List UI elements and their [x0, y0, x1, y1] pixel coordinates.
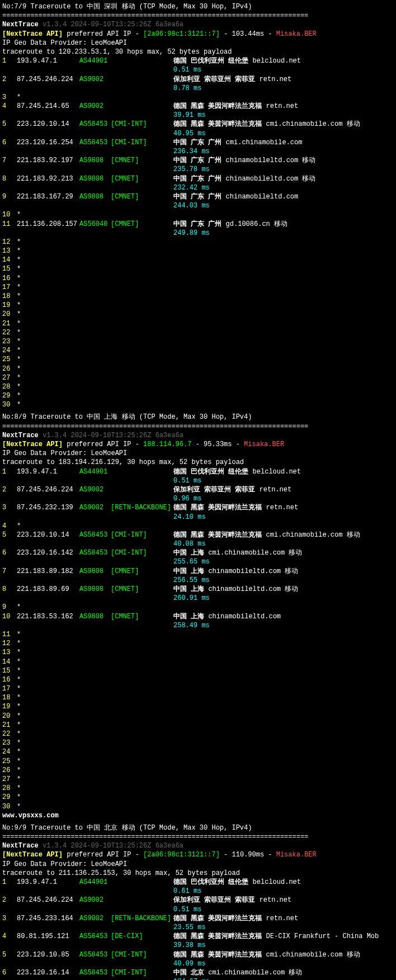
- hop-index: 7: [2, 567, 17, 576]
- hop-latency: 0.78 ms: [173, 84, 396, 93]
- hop-location: 中国 广东 广州: [173, 175, 226, 183]
- trace-title: No:7/9 Traceroute to 中国 深圳 移动 (TCP Mode,…: [2, 2, 396, 11]
- hop-row: 27*: [2, 373, 396, 382]
- hop-domain: retn.net: [260, 486, 292, 494]
- trace-title: No:8/9 Traceroute to 中国 上海 移动 (TCP Mode,…: [2, 413, 396, 422]
- hop-domain: chinamobileltd.com: [226, 157, 303, 164]
- hop-asn: AS58453: [79, 548, 111, 557]
- hop-row: 13*: [2, 247, 396, 255]
- hop-index: 8: [2, 585, 17, 594]
- hop-row: 13*: [2, 648, 396, 657]
- hop-star: *: [17, 712, 21, 720]
- hop-row: 25*: [2, 757, 396, 766]
- hop-carrier: 移动: [289, 969, 302, 977]
- hop-domain: belcloud.net: [253, 878, 301, 886]
- trace-block: No:9/9 Traceroute to 中国 北京 移动 (TCP Mode,…: [2, 823, 396, 980]
- hop-row: 1193.9.47.1AS44901德国 巴伐利亚州 纽伦堡 belcloud.…: [2, 56, 396, 65]
- hop-index: 19: [2, 301, 17, 310]
- provider-line: IP Geo Data Provider: LeoMoeAPI: [2, 860, 396, 869]
- hop-index: 15: [2, 264, 17, 273]
- api-ip: 188.114.96.7: [143, 441, 191, 448]
- hop-latency: 260.91 ms: [173, 594, 396, 603]
- hop-row: 30*: [2, 802, 396, 811]
- hop-index: 10: [2, 612, 17, 621]
- hop-star: *: [17, 383, 21, 391]
- hop-row: 24*: [2, 346, 396, 355]
- hop-star: *: [17, 211, 21, 219]
- hop-location: 保加利亚 索菲亚州 索菲亚: [173, 75, 260, 83]
- hop-index: 22: [2, 730, 17, 738]
- hop-tag: [CMNET]: [111, 192, 173, 201]
- api-prefix: [NextTrace API]: [2, 851, 63, 859]
- hop-star: *: [17, 748, 21, 756]
- hop-star: *: [17, 803, 21, 811]
- hop-location: 中国 上海: [173, 567, 208, 575]
- provider-line: IP Geo Data Provider: LeoMoeAPI: [2, 39, 396, 48]
- hop-ip: 87.245.214.65: [17, 102, 79, 111]
- api-line: [NextTrace API] preferred API IP - 188.1…: [2, 440, 396, 449]
- hop-row: 9*: [2, 603, 396, 612]
- hop-row: 22*: [2, 730, 396, 738]
- hop-index: 24: [2, 747, 17, 756]
- hop-latency: 23.55 ms: [173, 923, 396, 932]
- hop-row: 287.245.246.224AS9002保加利亚 索菲亚州 索菲亚 retn.…: [2, 485, 396, 494]
- hop-tag: [CMI-INT]: [111, 531, 173, 539]
- hop-index: 13: [2, 648, 17, 657]
- hop-index: 27: [2, 775, 17, 784]
- hop-carrier: 移动: [347, 531, 360, 539]
- traceroute-header: traceroute to 120.233.53.1, 30 hops max,…: [2, 48, 396, 56]
- traceroute-header: traceroute to 183.194.216.129, 30 hops m…: [2, 458, 396, 467]
- hop-row: 480.81.195.121AS58453[DE-CIX]德国 黑森 美茵河畔法…: [2, 932, 396, 941]
- hop-index: 27: [2, 373, 17, 382]
- hop-star: *: [17, 775, 21, 783]
- hop-row: 6223.120.16.14AS58453[CMI-INT]中国 北京 cmi.…: [2, 968, 396, 977]
- hop-latency: 244.03 ms: [173, 201, 396, 210]
- hop-carrier: 移动: [347, 120, 360, 128]
- hop-ip: 223.120.10.85: [17, 950, 79, 959]
- hop-asn: AS9808: [79, 567, 111, 576]
- api-latency: - 110.90ms -: [220, 851, 276, 859]
- hop-domain: retn.net: [260, 75, 292, 83]
- hop-domain: chinamobileltd.com: [208, 613, 281, 621]
- hop-index: 18: [2, 292, 17, 301]
- hop-row: 23*: [2, 337, 396, 346]
- hop-index: 4: [2, 522, 17, 531]
- hop-asn: AS58453: [79, 968, 111, 977]
- hop-asn: AS56040: [79, 220, 111, 229]
- hop-carrier: 移动: [347, 951, 360, 959]
- hop-index: 23: [2, 337, 17, 346]
- app-name: NextTrace: [2, 21, 43, 29]
- hop-index: 1: [2, 56, 17, 65]
- hop-index: 11: [2, 220, 17, 229]
- hop-row: 387.245.233.164AS9002[RETN-BACKBONE]德国 黑…: [2, 914, 396, 923]
- hop-star: *: [17, 721, 21, 729]
- hop-index: 13: [2, 247, 17, 255]
- hop-location: 中国 上海: [173, 585, 208, 593]
- hop-index: 28: [2, 382, 17, 391]
- terminal-output: No:7/9 Traceroute to 中国 深圳 移动 (TCP Mode,…: [2, 2, 396, 980]
- hop-location: 德国 黑森 美茵河畔法兰克福: [173, 951, 266, 959]
- hop-row: 25*: [2, 355, 396, 364]
- hop-location: 中国 广东 广州: [173, 193, 226, 201]
- hop-star: *: [17, 730, 21, 738]
- hop-index: 28: [2, 784, 17, 793]
- hop-star: *: [17, 694, 21, 702]
- hop-tag: [CMNET]: [111, 156, 173, 165]
- hop-tag: [CMNET]: [111, 174, 173, 183]
- hop-ip: 193.9.47.1: [17, 467, 79, 476]
- hop-latency: 0.51 ms: [173, 476, 396, 485]
- hop-asn: AS9808: [79, 585, 111, 594]
- hop-row: 26*: [2, 766, 396, 775]
- hop-tag: [CMI-INT]: [111, 950, 173, 959]
- hop-star: *: [17, 338, 21, 345]
- hop-row: 12*: [2, 639, 396, 648]
- hop-latency: 256.55 ms: [173, 576, 396, 585]
- hop-star: *: [17, 356, 21, 363]
- hop-row: 5223.120.10.14AS58453[CMI-INT]德国 黑森 美茵河畔…: [2, 531, 396, 539]
- hop-domain: chinamobileltd.com: [226, 175, 303, 183]
- hop-index: 25: [2, 757, 17, 766]
- hop-location: 中国 广东 广州: [173, 220, 226, 228]
- hop-star: *: [17, 640, 21, 647]
- hop-carrier: 移动: [289, 549, 302, 557]
- hop-location: 中国 上海: [173, 549, 208, 557]
